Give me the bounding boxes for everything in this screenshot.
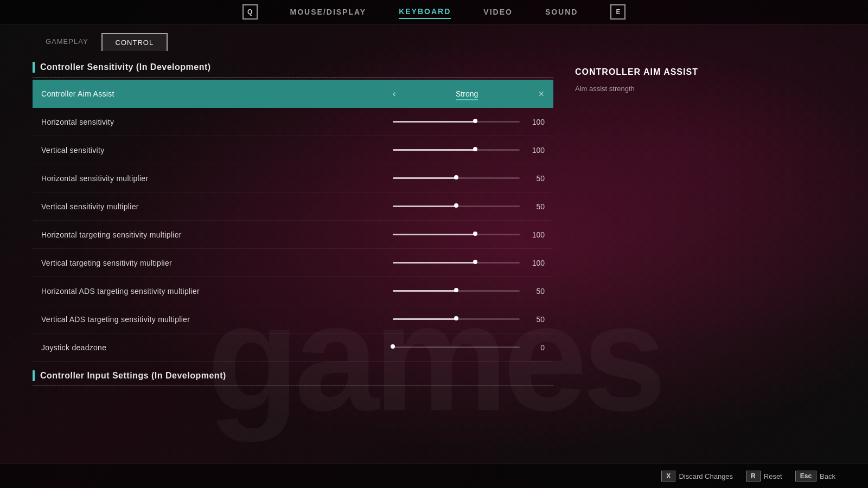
slider-value-joystick-deadzone: 0 xyxy=(528,343,545,352)
key-r: R xyxy=(746,471,761,481)
tab-control[interactable]: CONTROL xyxy=(101,33,168,51)
nav-keyboard[interactable]: KEYBOARD xyxy=(399,5,451,19)
slider-track-joystick-deadzone xyxy=(393,346,520,348)
selector-aim-value: Strong xyxy=(404,89,529,98)
slider-h-targeting-mult[interactable]: 100 xyxy=(393,230,545,239)
slider-h-ads-mult[interactable]: 50 xyxy=(393,287,545,296)
slider-value-h-sensitivity-mult: 50 xyxy=(528,174,545,183)
slider-fill-v-sensitivity xyxy=(393,149,475,151)
section2-bar xyxy=(33,370,35,381)
setting-row-h-ads-mult[interactable]: Horizontal ADS targeting sensitivity mul… xyxy=(33,277,553,305)
selector-close[interactable]: ✕ xyxy=(538,89,545,98)
top-nav: Q MOUSE/DISPLAY KEYBOARD VIDEO SOUND E xyxy=(0,0,868,24)
selector-aim-assist[interactable]: ‹ Strong ✕ xyxy=(393,89,545,99)
slider-track-h-sensitivity-mult xyxy=(393,177,520,179)
setting-label-h-sensitivity-mult: Horizontal sensitivity multiplier xyxy=(41,174,393,183)
setting-row-v-sensitivity-mult[interactable]: Vertical sensitivity multiplier 50 xyxy=(33,192,553,221)
bottom-bar: X Discard Changes R Reset Esc Back xyxy=(0,464,868,488)
slider-h-sensitivity-mult[interactable]: 50 xyxy=(393,174,545,183)
slider-track-h-ads-mult xyxy=(393,290,520,292)
sub-tabs: GAMEPLAY CONTROL xyxy=(0,24,868,51)
left-key[interactable]: Q xyxy=(242,4,258,20)
setting-label-h-targeting-mult: Horizontal targeting sensitivity multipl… xyxy=(41,230,393,239)
setting-label-v-sensitivity-mult: Vertical sensitivity multiplier xyxy=(41,202,393,211)
help-panel: CONTROLLER AIM ASSIST Aim assist strengt… xyxy=(575,62,705,453)
slider-track-h-sensitivity xyxy=(393,121,520,123)
section1-title: Controller Sensitivity (In Development) xyxy=(40,62,211,72)
nav-mouse-display[interactable]: MOUSE/DISPLAY xyxy=(290,5,367,18)
label-reset: Reset xyxy=(764,472,782,480)
nav-video[interactable]: VIDEO xyxy=(483,5,513,18)
setting-label-aim-assist: Controller Aim Assist xyxy=(41,89,393,98)
section1-bar xyxy=(33,62,35,73)
bottom-action-reset[interactable]: R Reset xyxy=(746,471,782,481)
slider-value-v-targeting-mult: 100 xyxy=(528,259,545,267)
slider-fill-v-ads-mult xyxy=(393,318,456,320)
bottom-action-discard[interactable]: X Discard Changes xyxy=(661,471,733,481)
slider-track-h-targeting-mult xyxy=(393,234,520,235)
nav-sound[interactable]: SOUND xyxy=(545,5,578,18)
setting-label-h-ads-mult: Horizontal ADS targeting sensitivity mul… xyxy=(41,287,393,296)
slider-fill-h-targeting-mult xyxy=(393,234,475,235)
label-back: Back xyxy=(820,472,835,480)
slider-v-sensitivity-mult[interactable]: 50 xyxy=(393,202,545,211)
slider-v-sensitivity[interactable]: 100 xyxy=(393,146,545,155)
tab-gameplay[interactable]: GAMEPLAY xyxy=(33,33,101,51)
slider-h-sensitivity[interactable]: 100 xyxy=(393,118,545,126)
slider-value-v-sensitivity: 100 xyxy=(528,146,545,155)
slider-value-v-sensitivity-mult: 50 xyxy=(528,202,545,211)
setting-row-h-sensitivity-mult[interactable]: Horizontal sensitivity multiplier 50 xyxy=(33,164,553,192)
setting-row-aim-assist[interactable]: Controller Aim Assist ‹ Strong ✕ xyxy=(33,80,553,108)
slider-value-h-targeting-mult: 100 xyxy=(528,230,545,239)
section2-divider xyxy=(33,386,553,386)
setting-row-v-targeting-mult[interactable]: Vertical targeting sensitivity multiplie… xyxy=(33,249,553,277)
setting-row-v-sensitivity[interactable]: Vertical sensitivity 100 xyxy=(33,136,553,164)
slider-value-h-sensitivity: 100 xyxy=(528,118,545,126)
right-key[interactable]: E xyxy=(610,4,626,20)
selector-left-arrow[interactable]: ‹ xyxy=(393,89,395,99)
slider-fill-h-sensitivity xyxy=(393,121,475,123)
slider-track-v-targeting-mult xyxy=(393,262,520,264)
key-x: X xyxy=(661,471,675,481)
help-title: CONTROLLER AIM ASSIST xyxy=(575,67,705,77)
setting-label-h-sensitivity: Horizontal sensitivity xyxy=(41,118,393,126)
slider-track-v-sensitivity-mult xyxy=(393,206,520,207)
slider-fill-v-targeting-mult xyxy=(393,262,475,264)
content-area: Controller Sensitivity (In Development) … xyxy=(0,51,868,464)
bottom-action-back[interactable]: Esc Back xyxy=(795,471,835,481)
label-discard: Discard Changes xyxy=(679,472,733,480)
section2-title: Controller Input Settings (In Developmen… xyxy=(40,371,226,381)
setting-row-v-ads-mult[interactable]: Vertical ADS targeting sensitivity multi… xyxy=(33,305,553,333)
slider-track-v-sensitivity xyxy=(393,149,520,151)
slider-v-targeting-mult[interactable]: 100 xyxy=(393,259,545,267)
setting-row-h-sensitivity[interactable]: Horizontal sensitivity 100 xyxy=(33,108,553,136)
slider-track-v-ads-mult xyxy=(393,318,520,320)
slider-value-h-ads-mult: 50 xyxy=(528,287,545,296)
setting-label-v-targeting-mult: Vertical targeting sensitivity multiplie… xyxy=(41,259,393,267)
setting-label-v-sensitivity: Vertical sensitivity xyxy=(41,146,393,155)
setting-row-h-targeting-mult[interactable]: Horizontal targeting sensitivity multipl… xyxy=(33,221,553,249)
section1-divider xyxy=(33,77,553,78)
key-esc: Esc xyxy=(795,471,816,481)
slider-joystick-deadzone[interactable]: 0 xyxy=(393,343,545,352)
help-description: Aim assist strength xyxy=(575,84,705,94)
slider-value-v-ads-mult: 50 xyxy=(528,315,545,324)
section1-header: Controller Sensitivity (In Development) xyxy=(33,62,553,73)
slider-fill-h-ads-mult xyxy=(393,290,456,292)
setting-label-joystick-deadzone: Joystick deadzone xyxy=(41,343,393,352)
setting-label-v-ads-mult: Vertical ADS targeting sensitivity multi… xyxy=(41,315,393,324)
slider-fill-h-sensitivity-mult xyxy=(393,177,456,179)
slider-fill-v-sensitivity-mult xyxy=(393,206,456,207)
settings-list: Controller Aim Assist ‹ Strong ✕ Horizon… xyxy=(33,80,553,362)
setting-row-joystick-deadzone[interactable]: Joystick deadzone 0 xyxy=(33,333,553,362)
settings-panel: Controller Sensitivity (In Development) … xyxy=(33,62,553,453)
section2-header: Controller Input Settings (In Developmen… xyxy=(33,370,553,381)
slider-v-ads-mult[interactable]: 50 xyxy=(393,315,545,324)
